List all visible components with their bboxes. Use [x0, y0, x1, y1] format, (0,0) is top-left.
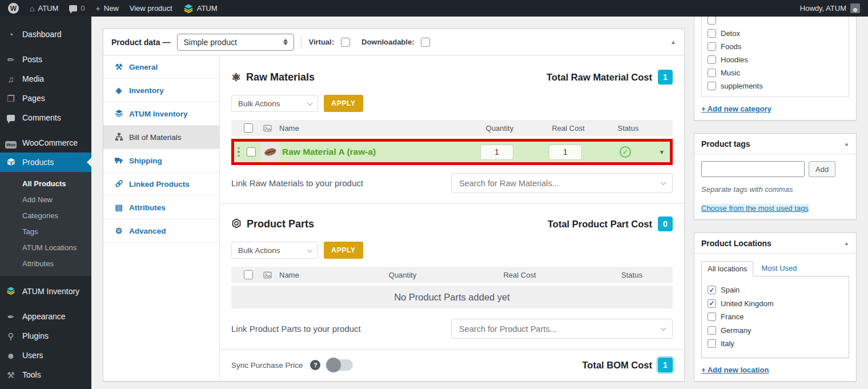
user-icon: ☻	[5, 351, 17, 360]
brush-icon: ✒	[5, 312, 17, 321]
category-label: Foods	[721, 42, 741, 51]
tab-general[interactable]: ⚒ General	[103, 55, 219, 79]
sidebar-item-pages[interactable]: ❐ Pages	[0, 89, 91, 108]
select-all-checkbox[interactable]	[244, 123, 253, 133]
link-product-parts-label: Link Product Parts to your product	[231, 324, 361, 334]
sidebar-item-posts[interactable]: ✏ Posts	[0, 50, 91, 69]
tab-advanced[interactable]: ⚙ Advanced	[103, 219, 219, 243]
product-parts-apply-button[interactable]: APPLY	[324, 242, 363, 259]
category-item-detox[interactable]: Detox	[708, 27, 849, 40]
location-item-italy[interactable]: Italy	[708, 337, 843, 351]
tab-all-locations[interactable]: All locations	[701, 261, 753, 276]
add-new-category-link[interactable]: + Add new category	[701, 105, 771, 113]
sync-purchase-price-toggle[interactable]	[328, 359, 353, 371]
location-checkbox[interactable]: ✓	[708, 299, 716, 308]
choose-most-used-tags-link[interactable]: Choose from the most used tags	[701, 204, 809, 212]
location-item-united-kingdom[interactable]: ✓ United Kingdom	[708, 297, 843, 311]
panel-collapse-icon[interactable]: ▲	[670, 39, 676, 45]
category-item-hoodies[interactable]: Hoodies	[708, 53, 849, 66]
sidebar-item-users[interactable]: ☻ Users	[0, 346, 91, 365]
submenu-item-all-products[interactable]: All Products	[0, 175, 91, 191]
wordpress-menu[interactable]: W	[8, 3, 19, 14]
search-product-parts-select[interactable]: Search for Product Parts...	[451, 319, 673, 339]
category-checkbox[interactable]	[708, 55, 716, 64]
location-checkbox[interactable]	[708, 312, 716, 321]
category-item-music[interactable]: Music	[708, 66, 849, 79]
sidebar-item-products[interactable]: Products	[0, 153, 91, 172]
submenu-item-categories[interactable]: Categories	[0, 207, 91, 223]
category-item-foods[interactable]: Foods	[708, 40, 849, 53]
howdy-label[interactable]: Howdy, ATUM	[800, 4, 846, 13]
category-label: Hoodies	[721, 55, 748, 64]
user-avatar[interactable]: ☻	[850, 3, 860, 13]
sidebar-item-appearance[interactable]: ✒ Appearance	[0, 307, 91, 326]
submenu-item-attributes[interactable]: Attributes	[0, 255, 91, 271]
raw-materials-table-header: Name Quantity Real Cost Status	[231, 120, 673, 136]
real-cost-input[interactable]	[549, 145, 582, 160]
virtual-checkbox[interactable]	[341, 38, 350, 47]
panel-collapse-icon[interactable]: ▲	[844, 141, 849, 147]
category-item-supplements[interactable]: supplements	[708, 79, 849, 93]
category-checkbox[interactable]	[708, 42, 716, 51]
raw-material-row[interactable]: Raw Material A (raw-a) ✓ ▼	[234, 142, 670, 162]
panel-collapse-icon[interactable]: ▲	[844, 240, 849, 246]
category-checkbox[interactable]	[708, 82, 716, 90]
atum-toolbar-menu[interactable]: ATUM	[183, 3, 218, 14]
tab-linked-products[interactable]: Linked Products	[103, 173, 219, 196]
sidebar-item-settings[interactable]: ☰ Settings	[0, 384, 91, 389]
sidebar-item-media[interactable]: ♫ Media	[0, 69, 91, 89]
raw-materials-apply-button[interactable]: APPLY	[324, 95, 363, 112]
product-locations-header[interactable]: Product Locations ▲	[694, 233, 856, 254]
status-check-icon[interactable]: ✓	[620, 146, 631, 158]
column-name: Name	[277, 271, 357, 279]
section-divider	[220, 203, 684, 204]
tab-shipping[interactable]: Shipping	[103, 149, 219, 173]
site-name-menu[interactable]: ⌂ ATUM	[30, 4, 58, 13]
tab-most-used[interactable]: Most Used	[761, 264, 797, 276]
tab-label: Attributes	[129, 203, 166, 212]
category-item-partial[interactable]	[708, 17, 849, 27]
sidebar-item-dashboard[interactable]: ◔ Dashboard	[0, 25, 91, 44]
sidebar-item-plugins[interactable]: ⚲ Plugins	[0, 326, 91, 346]
submenu-item-atum-locations[interactable]: ATUM Locations	[0, 239, 91, 255]
tab-label: Bill of Materials	[129, 133, 182, 142]
sidebar-item-woocommerce[interactable]: Woo WooCommerce	[0, 133, 91, 153]
location-checkbox[interactable]	[708, 326, 716, 335]
tab-attributes[interactable]: ▤ Attributes	[103, 196, 219, 219]
location-item-france[interactable]: France	[708, 310, 843, 324]
location-checkbox[interactable]	[708, 339, 716, 348]
comments-menu[interactable]: 0	[69, 4, 85, 13]
tab-atum-inventory[interactable]: ATUM Inventory	[103, 102, 219, 126]
downloadable-checkbox[interactable]	[421, 38, 430, 47]
help-icon[interactable]: ?	[310, 360, 320, 370]
tab-bill-of-materials[interactable]: Bill of Materials	[103, 126, 219, 149]
row-caret-icon[interactable]: ▼	[659, 149, 665, 155]
location-item-germany[interactable]: Germany	[708, 324, 843, 338]
quantity-input[interactable]	[480, 145, 513, 160]
location-item-spain[interactable]: ✓ Spain	[708, 283, 843, 297]
view-product-menu[interactable]: View product	[130, 4, 172, 13]
raw-materials-bulk-actions-select[interactable]: Bulk Actions	[231, 95, 318, 112]
submenu-item-tags[interactable]: Tags	[0, 223, 91, 239]
category-checkbox[interactable]	[708, 69, 716, 77]
drag-handle[interactable]	[238, 147, 240, 157]
sidebar-item-comments[interactable]: Comments	[0, 108, 91, 127]
location-checkbox[interactable]: ✓	[708, 286, 716, 294]
new-tag-input[interactable]	[701, 161, 805, 177]
raw-material-name[interactable]: Raw Material A (raw-a)	[280, 147, 460, 157]
product-tags-header[interactable]: Product tags ▲	[694, 134, 856, 154]
sidebar-item-tools[interactable]: ⚒ Tools	[0, 365, 91, 384]
add-new-location-link[interactable]: + Add new location	[701, 366, 769, 374]
product-parts-bulk-actions-select[interactable]: Bulk Actions	[231, 242, 318, 259]
submenu-item-add-new[interactable]: Add New	[0, 191, 91, 207]
select-all-checkbox[interactable]	[244, 270, 253, 279]
product-type-select[interactable]: Simple product	[177, 34, 294, 51]
category-checkbox[interactable]	[708, 29, 716, 38]
search-raw-materials-select[interactable]: Search for Raw Materials...	[451, 173, 673, 193]
row-checkbox[interactable]	[247, 147, 256, 157]
add-tag-button[interactable]: Add	[809, 161, 835, 177]
category-checkbox[interactable]	[708, 17, 716, 25]
sidebar-item-atum-inventory[interactable]: ATUM Inventory	[0, 282, 91, 301]
new-content-menu[interactable]: + New	[96, 4, 119, 13]
tab-inventory[interactable]: ◈ Inventory	[103, 79, 219, 102]
